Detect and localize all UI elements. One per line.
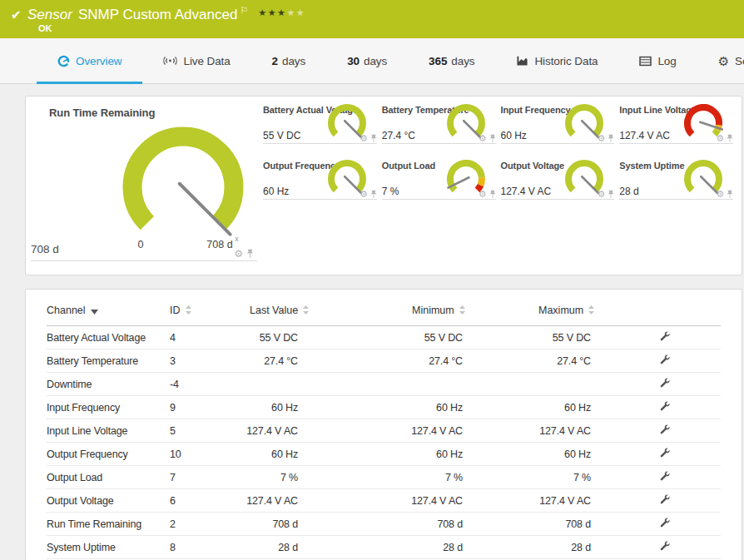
- gear-icon: ⚙: [718, 55, 729, 67]
- pin-icon[interactable]: [727, 134, 733, 143]
- tab-number: 365: [429, 55, 447, 67]
- gauge-tile-output-load[interactable]: Output Load7 %⚙: [382, 160, 496, 200]
- channel-id: 2: [170, 513, 226, 536]
- tab-historic-data[interactable]: Historic Data: [495, 38, 618, 83]
- gauge-tile-output-frequency[interactable]: Output Frequency60 Hz⚙: [263, 160, 377, 200]
- channel-settings-wrench-icon[interactable]: [659, 541, 670, 552]
- channel-settings-wrench-icon[interactable]: [659, 354, 670, 365]
- channel-id: 3: [170, 349, 226, 373]
- channel-last-value: 60 Hz: [226, 396, 325, 419]
- channel-settings-wrench-icon[interactable]: [659, 331, 670, 342]
- pin-icon[interactable]: [489, 190, 496, 199]
- channel-maximum: 127.4 V AC: [489, 419, 618, 443]
- pin-icon[interactable]: [370, 134, 377, 143]
- gear-icon[interactable]: ⚙: [597, 190, 605, 199]
- channel-name: Downtime: [47, 373, 170, 396]
- gear-icon[interactable]: ⚙: [479, 134, 487, 143]
- tile-actions: ⚙: [479, 134, 496, 143]
- gear-icon[interactable]: ⚙: [479, 190, 487, 199]
- column-header-maximum[interactable]: Maximum: [489, 290, 618, 326]
- tile-actions: ⚙: [716, 134, 733, 143]
- pin-icon[interactable]: [370, 190, 377, 199]
- column-header-channel[interactable]: Channel: [47, 290, 170, 326]
- chart-icon: [516, 55, 528, 67]
- gauge-tile-battery-actual-voltage[interactable]: Battery Actual Voltage55 V DC⚙: [263, 104, 377, 144]
- channel-settings-wrench-icon[interactable]: [659, 401, 670, 412]
- tab-bar: OverviewLive Data2days30days365daysHisto…: [0, 38, 744, 84]
- gauge-tile-battery-temperature[interactable]: Battery Temperature27.4 °C⚙: [382, 104, 496, 144]
- channel-last-value: 55 V DC: [226, 326, 325, 349]
- gauge-tile-system-uptime[interactable]: System Uptime28 d⚙: [619, 160, 733, 200]
- tab-live-data[interactable]: Live Data: [142, 38, 250, 83]
- tile-actions: ⚙: [360, 134, 377, 143]
- priority-stars[interactable]: ★★★★★: [258, 7, 305, 17]
- channel-settings-wrench-icon[interactable]: [659, 518, 670, 528]
- tab-30-days[interactable]: 30days: [326, 38, 408, 83]
- column-header-id[interactable]: ID: [170, 290, 226, 326]
- ok-check-icon: ✔: [11, 7, 22, 22]
- gauge-tile-input-line-voltage[interactable]: Input Line Voltage127.4 V AC⚙: [619, 104, 733, 144]
- channel-settings-wrench-icon[interactable]: [659, 494, 670, 505]
- column-header-minimum[interactable]: Minimum: [325, 290, 489, 326]
- channel-row: Input Frequency 9 60 Hz 60 Hz 60 Hz: [47, 396, 721, 419]
- gauge-value: 28 d: [619, 186, 638, 197]
- broadcast-icon: [163, 55, 177, 67]
- tab-overview[interactable]: Overview: [37, 38, 142, 83]
- tab-365-days[interactable]: 365days: [408, 38, 495, 83]
- pin-icon[interactable]: [727, 190, 733, 199]
- column-header-last-value[interactable]: Last Value: [226, 290, 325, 326]
- gear-icon[interactable]: ⚙: [360, 190, 368, 199]
- sensor-title-line: SensorSNMP Custom Advanced⚐★★★★★: [27, 5, 305, 23]
- gear-icon[interactable]: ⚙: [716, 134, 724, 143]
- tab-log[interactable]: Log: [618, 38, 697, 83]
- tab-label: Live Data: [183, 55, 230, 67]
- tile-actions: ⚙: [479, 190, 496, 199]
- pin-icon[interactable]: [608, 190, 614, 199]
- tile-actions: ⚙: [597, 190, 614, 199]
- tab-number: 2: [272, 55, 278, 67]
- channel-settings-wrench-icon[interactable]: [659, 378, 670, 389]
- gear-icon[interactable]: ⚙: [234, 249, 243, 259]
- gauge-tile-input-frequency[interactable]: Input Frequency60 Hz⚙: [501, 104, 615, 144]
- channel-last-value: 27.4 °C: [226, 349, 325, 373]
- channel-maximum: 55 V DC: [489, 326, 618, 349]
- channel-id: 4: [170, 326, 226, 349]
- star-empty-icon: ★: [296, 7, 305, 17]
- channel-maximum: 127.4 V AC: [489, 489, 618, 513]
- gauge-tile-run-time-remaining[interactable]: Run Time Remaining x 0 708 d 708 d ⚙: [31, 102, 262, 268]
- channel-last-value: 127.4 V AC: [226, 419, 325, 443]
- pin-icon[interactable]: [246, 249, 254, 259]
- channel-settings-wrench-icon[interactable]: [659, 471, 670, 482]
- tab-settings[interactable]: ⚙Settings: [697, 38, 744, 83]
- sort-toggle-icon: [588, 305, 594, 317]
- channel-settings-wrench-icon[interactable]: [659, 424, 670, 435]
- pin-icon[interactable]: [608, 134, 614, 143]
- channel-minimum: 708 d: [325, 513, 489, 536]
- gear-icon[interactable]: ⚙: [716, 190, 724, 199]
- channel-id: 10: [170, 443, 226, 466]
- channel-name: Battery Actual Voltage: [47, 326, 170, 349]
- gear-icon[interactable]: ⚙: [597, 134, 605, 143]
- gauge-tile-output-voltage[interactable]: Output Voltage127.4 V AC⚙: [501, 160, 615, 200]
- star-empty-icon: ★: [286, 7, 295, 17]
- gear-icon[interactable]: ⚙: [360, 134, 368, 143]
- channel-maximum: 27.4 °C: [489, 349, 618, 373]
- channel-settings-wrench-icon[interactable]: [659, 448, 670, 458]
- channel-last-value: 60 Hz: [226, 443, 325, 466]
- channel-last-value: [226, 373, 325, 396]
- channel-maximum: [489, 373, 618, 396]
- sort-toggle-icon: [186, 305, 191, 317]
- tile-divider: [31, 260, 257, 261]
- column-label: Maximum: [538, 305, 583, 316]
- tab-label: days: [451, 55, 474, 67]
- column-label: Minimum: [412, 305, 454, 316]
- channel-last-value: 28 d: [226, 536, 325, 559]
- sensor-name: SNMP Custom Advanced: [78, 7, 238, 22]
- tab-2-days[interactable]: 2days: [251, 38, 327, 83]
- gauge-value: 7 %: [382, 186, 399, 197]
- gauge-value: 127.4 V AC: [501, 186, 552, 197]
- channel-minimum: 28 d: [325, 536, 489, 559]
- pin-icon[interactable]: [489, 134, 496, 143]
- channel-minimum: 27.4 °C: [325, 349, 489, 373]
- channel-row: Downtime -4: [47, 373, 721, 396]
